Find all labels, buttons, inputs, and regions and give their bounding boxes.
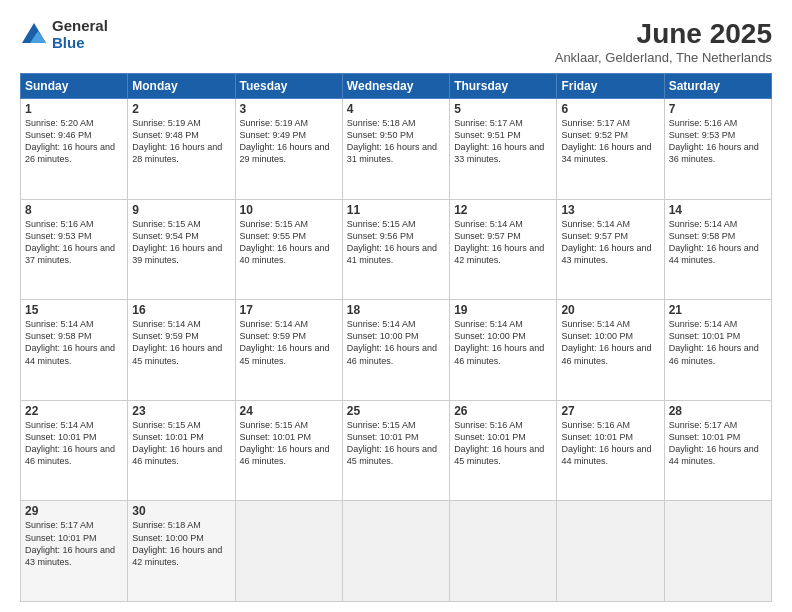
day-info: Sunrise: 5:15 AM Sunset: 9:55 PM Dayligh…: [240, 218, 338, 267]
header: General Blue June 2025 Anklaar, Gelderla…: [20, 18, 772, 65]
table-row: 9 Sunrise: 5:15 AM Sunset: 9:54 PM Dayli…: [128, 199, 235, 300]
day-number: 26: [454, 404, 552, 418]
day-info: Sunrise: 5:19 AM Sunset: 9:48 PM Dayligh…: [132, 117, 230, 166]
table-row: [664, 501, 771, 602]
table-row: 5 Sunrise: 5:17 AM Sunset: 9:51 PM Dayli…: [450, 99, 557, 200]
page: General Blue June 2025 Anklaar, Gelderla…: [0, 0, 792, 612]
table-row: [557, 501, 664, 602]
day-number: 28: [669, 404, 767, 418]
day-info: Sunrise: 5:14 AM Sunset: 10:00 PM Daylig…: [561, 318, 659, 367]
col-friday: Friday: [557, 74, 664, 99]
day-info: Sunrise: 5:19 AM Sunset: 9:49 PM Dayligh…: [240, 117, 338, 166]
table-row: [235, 501, 342, 602]
day-number: 11: [347, 203, 445, 217]
table-row: 2 Sunrise: 5:19 AM Sunset: 9:48 PM Dayli…: [128, 99, 235, 200]
table-row: 15 Sunrise: 5:14 AM Sunset: 9:58 PM Dayl…: [21, 300, 128, 401]
day-number: 17: [240, 303, 338, 317]
col-monday: Monday: [128, 74, 235, 99]
calendar-week-row: 29 Sunrise: 5:17 AM Sunset: 10:01 PM Day…: [21, 501, 772, 602]
table-row: 22 Sunrise: 5:14 AM Sunset: 10:01 PM Day…: [21, 400, 128, 501]
table-row: [450, 501, 557, 602]
col-sunday: Sunday: [21, 74, 128, 99]
logo-blue: Blue: [52, 35, 108, 52]
table-row: 12 Sunrise: 5:14 AM Sunset: 9:57 PM Dayl…: [450, 199, 557, 300]
day-number: 22: [25, 404, 123, 418]
table-row: 11 Sunrise: 5:15 AM Sunset: 9:56 PM Dayl…: [342, 199, 449, 300]
logo-text: General Blue: [52, 18, 108, 51]
calendar-week-row: 15 Sunrise: 5:14 AM Sunset: 9:58 PM Dayl…: [21, 300, 772, 401]
day-info: Sunrise: 5:14 AM Sunset: 9:59 PM Dayligh…: [240, 318, 338, 367]
day-number: 13: [561, 203, 659, 217]
calendar-week-row: 8 Sunrise: 5:16 AM Sunset: 9:53 PM Dayli…: [21, 199, 772, 300]
table-row: 30 Sunrise: 5:18 AM Sunset: 10:00 PM Day…: [128, 501, 235, 602]
table-row: 26 Sunrise: 5:16 AM Sunset: 10:01 PM Day…: [450, 400, 557, 501]
table-row: 23 Sunrise: 5:15 AM Sunset: 10:01 PM Day…: [128, 400, 235, 501]
table-row: 10 Sunrise: 5:15 AM Sunset: 9:55 PM Dayl…: [235, 199, 342, 300]
day-info: Sunrise: 5:15 AM Sunset: 9:56 PM Dayligh…: [347, 218, 445, 267]
day-info: Sunrise: 5:16 AM Sunset: 10:01 PM Daylig…: [561, 419, 659, 468]
col-wednesday: Wednesday: [342, 74, 449, 99]
calendar-week-row: 22 Sunrise: 5:14 AM Sunset: 10:01 PM Day…: [21, 400, 772, 501]
month-title: June 2025: [555, 18, 772, 50]
day-info: Sunrise: 5:17 AM Sunset: 10:01 PM Daylig…: [669, 419, 767, 468]
day-number: 19: [454, 303, 552, 317]
day-number: 12: [454, 203, 552, 217]
calendar: Sunday Monday Tuesday Wednesday Thursday…: [20, 73, 772, 602]
table-row: 28 Sunrise: 5:17 AM Sunset: 10:01 PM Day…: [664, 400, 771, 501]
table-row: 13 Sunrise: 5:14 AM Sunset: 9:57 PM Dayl…: [557, 199, 664, 300]
day-info: Sunrise: 5:16 AM Sunset: 9:53 PM Dayligh…: [669, 117, 767, 166]
day-number: 2: [132, 102, 230, 116]
day-number: 10: [240, 203, 338, 217]
day-info: Sunrise: 5:14 AM Sunset: 10:00 PM Daylig…: [454, 318, 552, 367]
logo-general: General: [52, 18, 108, 35]
day-number: 6: [561, 102, 659, 116]
table-row: 20 Sunrise: 5:14 AM Sunset: 10:00 PM Day…: [557, 300, 664, 401]
day-info: Sunrise: 5:17 AM Sunset: 9:51 PM Dayligh…: [454, 117, 552, 166]
day-info: Sunrise: 5:14 AM Sunset: 9:58 PM Dayligh…: [25, 318, 123, 367]
title-area: June 2025 Anklaar, Gelderland, The Nethe…: [555, 18, 772, 65]
day-info: Sunrise: 5:14 AM Sunset: 9:57 PM Dayligh…: [454, 218, 552, 267]
col-thursday: Thursday: [450, 74, 557, 99]
day-number: 14: [669, 203, 767, 217]
day-info: Sunrise: 5:16 AM Sunset: 10:01 PM Daylig…: [454, 419, 552, 468]
day-number: 9: [132, 203, 230, 217]
table-row: 21 Sunrise: 5:14 AM Sunset: 10:01 PM Day…: [664, 300, 771, 401]
day-info: Sunrise: 5:15 AM Sunset: 10:01 PM Daylig…: [240, 419, 338, 468]
table-row: 7 Sunrise: 5:16 AM Sunset: 9:53 PM Dayli…: [664, 99, 771, 200]
day-number: 5: [454, 102, 552, 116]
day-number: 8: [25, 203, 123, 217]
day-number: 27: [561, 404, 659, 418]
table-row: 8 Sunrise: 5:16 AM Sunset: 9:53 PM Dayli…: [21, 199, 128, 300]
day-number: 21: [669, 303, 767, 317]
day-info: Sunrise: 5:14 AM Sunset: 9:59 PM Dayligh…: [132, 318, 230, 367]
table-row: 3 Sunrise: 5:19 AM Sunset: 9:49 PM Dayli…: [235, 99, 342, 200]
table-row: 4 Sunrise: 5:18 AM Sunset: 9:50 PM Dayli…: [342, 99, 449, 200]
day-number: 4: [347, 102, 445, 116]
table-row: 19 Sunrise: 5:14 AM Sunset: 10:00 PM Day…: [450, 300, 557, 401]
table-row: 29 Sunrise: 5:17 AM Sunset: 10:01 PM Day…: [21, 501, 128, 602]
day-info: Sunrise: 5:18 AM Sunset: 10:00 PM Daylig…: [132, 519, 230, 568]
table-row: 17 Sunrise: 5:14 AM Sunset: 9:59 PM Dayl…: [235, 300, 342, 401]
table-row: 6 Sunrise: 5:17 AM Sunset: 9:52 PM Dayli…: [557, 99, 664, 200]
day-info: Sunrise: 5:15 AM Sunset: 10:01 PM Daylig…: [132, 419, 230, 468]
day-info: Sunrise: 5:14 AM Sunset: 9:57 PM Dayligh…: [561, 218, 659, 267]
table-row: 27 Sunrise: 5:16 AM Sunset: 10:01 PM Day…: [557, 400, 664, 501]
table-row: 14 Sunrise: 5:14 AM Sunset: 9:58 PM Dayl…: [664, 199, 771, 300]
day-info: Sunrise: 5:16 AM Sunset: 9:53 PM Dayligh…: [25, 218, 123, 267]
logo: General Blue: [20, 18, 108, 51]
day-number: 1: [25, 102, 123, 116]
table-row: 24 Sunrise: 5:15 AM Sunset: 10:01 PM Day…: [235, 400, 342, 501]
table-row: 16 Sunrise: 5:14 AM Sunset: 9:59 PM Dayl…: [128, 300, 235, 401]
day-info: Sunrise: 5:14 AM Sunset: 10:00 PM Daylig…: [347, 318, 445, 367]
calendar-header-row: Sunday Monday Tuesday Wednesday Thursday…: [21, 74, 772, 99]
day-number: 24: [240, 404, 338, 418]
day-number: 15: [25, 303, 123, 317]
location: Anklaar, Gelderland, The Netherlands: [555, 50, 772, 65]
col-tuesday: Tuesday: [235, 74, 342, 99]
day-number: 20: [561, 303, 659, 317]
table-row: 1 Sunrise: 5:20 AM Sunset: 9:46 PM Dayli…: [21, 99, 128, 200]
day-info: Sunrise: 5:15 AM Sunset: 10:01 PM Daylig…: [347, 419, 445, 468]
day-info: Sunrise: 5:15 AM Sunset: 9:54 PM Dayligh…: [132, 218, 230, 267]
day-number: 18: [347, 303, 445, 317]
day-info: Sunrise: 5:17 AM Sunset: 9:52 PM Dayligh…: [561, 117, 659, 166]
